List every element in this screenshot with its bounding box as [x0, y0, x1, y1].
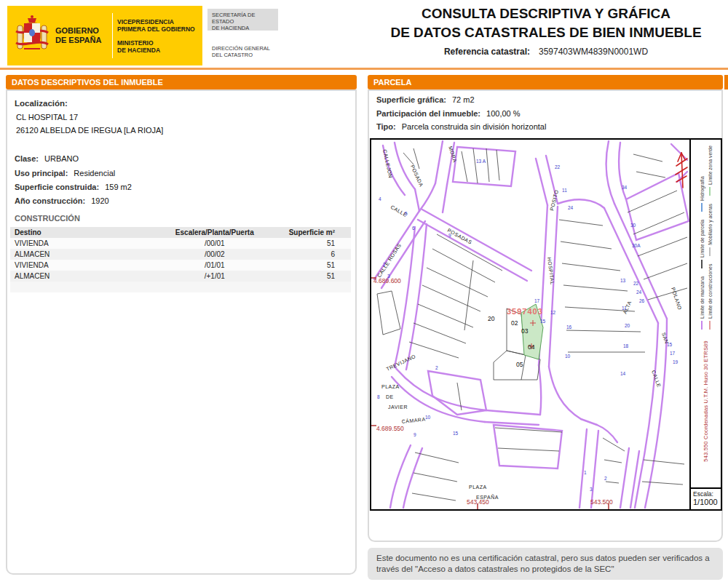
cell-planta: /01/01: [154, 260, 276, 271]
legend-label: Límite de parcela: [700, 220, 705, 258]
coordinate-label: 543.450: [467, 498, 489, 506]
superficie-grafica-value: 72 m2: [452, 95, 475, 104]
street-label: CÁMARA: [401, 416, 426, 424]
street-label: TREVIJANO: [385, 354, 416, 372]
house-number: 11: [562, 188, 567, 193]
cell-destino: ALMACEN: [10, 249, 154, 260]
superficie-grafica-label: Superficie gráfica:: [376, 95, 446, 104]
house-number: 19: [673, 359, 678, 364]
field-participacion: Participación del inmueble:100,00 %: [376, 109, 521, 118]
participacion-value: 100,00 %: [486, 109, 520, 118]
legend-row: Límite de construcciones Mobiliario y ac…: [708, 146, 713, 330]
ministerio-text: MINISTERIO DE HACIENDA: [117, 39, 195, 54]
gobierno-de-espana-text: GOBIERNO DE ESPAÑA: [55, 26, 108, 45]
house-number: 13 A: [476, 159, 486, 164]
construccion-title: CONSTRUCCIÓN: [15, 214, 80, 223]
house-number: 26: [639, 298, 645, 303]
logo-divider: [112, 13, 113, 58]
street-label: POLANO: [670, 287, 683, 311]
house-number: 2: [383, 262, 386, 267]
house-number: 12: [550, 310, 556, 315]
left-panel-header-bar: DATOS DESCRIPTIVOS DEL INMUEBLE: [6, 75, 357, 89]
superficie-label: Superficie construida:: [15, 183, 99, 191]
ano-label: Año construcción:: [15, 196, 85, 205]
house-number: 5: [405, 211, 408, 216]
coordinate-ticks: [371, 278, 609, 509]
field-uso-principal: Uso principal:Residencial: [15, 169, 115, 178]
cell-destino: VIVIENDA: [10, 260, 154, 271]
house-number: 24: [636, 290, 642, 295]
street-label: CALLE: [651, 370, 662, 388]
house-number: 22: [555, 164, 561, 170]
ano-value: 1920: [91, 196, 108, 205]
house-number: 20: [625, 323, 630, 328]
parcel-number: 20: [488, 315, 495, 322]
legend-swatch: [701, 321, 703, 330]
clase-value: URBANO: [44, 154, 79, 163]
legend-swatch: [709, 321, 711, 330]
legend-item: Límite zona verde: [708, 146, 713, 196]
document-title: CONSULTA DESCRIPTIVA Y GRÁFICA DE DATOS …: [368, 4, 724, 57]
house-number: 24: [568, 205, 574, 210]
legend-swatch: [709, 187, 711, 196]
legend-label: Límite de manzana: [700, 276, 705, 319]
clase-label: Clase:: [15, 154, 39, 163]
legend-item: Límite de parcela: [700, 220, 705, 268]
parcel-number: 03: [521, 327, 529, 335]
tipo-value: Parcela construida sin división horizont…: [402, 122, 547, 131]
tipo-label: Tipo:: [376, 122, 396, 131]
cell-planta: /00/01: [154, 238, 276, 249]
cell-planta: /00/02: [154, 249, 276, 260]
street-label: PLAZA: [469, 485, 487, 490]
legend-swatch: [701, 203, 703, 212]
house-number: 14: [620, 371, 626, 376]
coordinate-label: 543.500: [590, 498, 613, 506]
house-number: 22: [633, 281, 639, 286]
parcel-number: 05: [516, 361, 523, 368]
title-line-1: CONSULTA DESCRIPTIVA Y GRÁFICA: [368, 4, 724, 23]
col-superficie: Superficie m²: [276, 227, 351, 238]
legend-item: Mobiliario y aceras: [708, 204, 713, 256]
house-number: 15: [667, 342, 673, 347]
house-number: 30A: [632, 243, 641, 248]
address-line-2: 26120 ALBELDA DE IREGUA [LA RIOJA]: [16, 126, 163, 135]
house-number: 10: [425, 415, 431, 420]
reference-label: Referencia catastral:: [444, 47, 530, 57]
cadastral-map: 3597403 20 02 03 04 05 CALLEJON MORA POS…: [370, 138, 722, 511]
uso-label: Uso principal:: [15, 169, 68, 178]
table-row: VIVIENDA /01/01 51: [10, 260, 351, 271]
cell-superficie: 6: [276, 249, 351, 260]
table-row: ALMACEN /00/02 6: [10, 249, 351, 260]
cell-destino: VIVIENDA: [10, 238, 154, 249]
utm-reference-text: 543.550 Coordenadas U.T.M. Huso 30 ETRS8…: [703, 330, 709, 473]
house-number: 8: [377, 394, 380, 399]
scale-value: 1/1000: [693, 498, 721, 506]
house-number: 10: [565, 354, 571, 359]
legend-item: Límite de construcciones: [708, 264, 713, 330]
table-header-row: Destino Escalera/Planta/Puerta Superfici…: [10, 227, 351, 238]
col-escalera-planta-puerta: Escalera/Planta/Puerta: [154, 227, 276, 238]
house-number: 15: [540, 319, 546, 324]
house-number: 1: [584, 470, 587, 475]
legend-label: Límite de construcciones: [708, 264, 713, 319]
gobierno-logo-box: GOBIERNO DE ESPAÑA VICEPRESIDENCIA PRIME…: [7, 6, 202, 65]
table-row: VIVIENDA /00/01 51: [10, 238, 351, 249]
house-number: 34: [622, 185, 628, 190]
field-clase: Clase:URBANO: [15, 154, 79, 163]
field-superficie-grafica: Superficie gráfica:72 m2: [376, 95, 475, 104]
cell-superficie: 51: [276, 271, 351, 282]
field-ano-construccion: Año construcción:1920: [15, 196, 109, 205]
house-number: 2: [604, 476, 607, 481]
construccion-table: Destino Escalera/Planta/Puerta Superfici…: [10, 227, 351, 292]
street-label: JAVIER: [388, 404, 408, 410]
street-label: CALLEJON: [382, 149, 393, 179]
legend-item: Límite de manzana: [700, 276, 705, 330]
table-row: ALMACEN /+1/01 51: [10, 271, 351, 282]
disclaimer-note: Este documento no es una certificación c…: [368, 548, 723, 580]
house-number: 13: [620, 278, 626, 283]
header-rule: [0, 68, 728, 70]
house-number: 6: [412, 226, 415, 231]
legend-row: Límite de manzana Límite de parcela Hidr…: [700, 146, 705, 330]
right-edge-accent: [724, 75, 728, 89]
map-legend-sidebar: 543.550 Coordenadas U.T.M. Huso 30 ETRS8…: [691, 140, 721, 487]
